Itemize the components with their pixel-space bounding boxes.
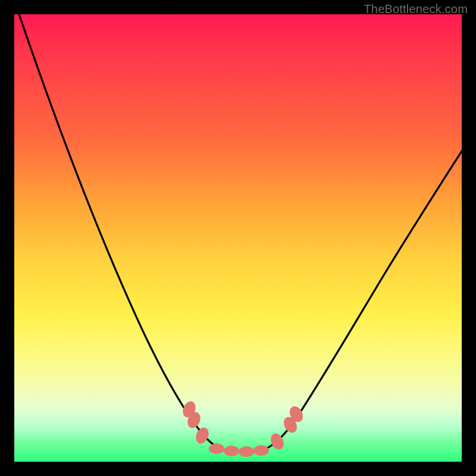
- marker-dot: [253, 445, 269, 456]
- marker-dot: [239, 446, 254, 457]
- curve-layer: [14, 14, 462, 462]
- marker-dot: [209, 443, 224, 454]
- curve-line: [19, 14, 462, 452]
- plot-area: [14, 14, 462, 462]
- marker-group: [180, 399, 305, 457]
- chart-frame: TheBottleneck.com: [0, 0, 476, 476]
- marker-dot: [224, 446, 239, 456]
- marker-dot: [193, 425, 211, 445]
- watermark-text: TheBottleneck.com: [364, 2, 468, 16]
